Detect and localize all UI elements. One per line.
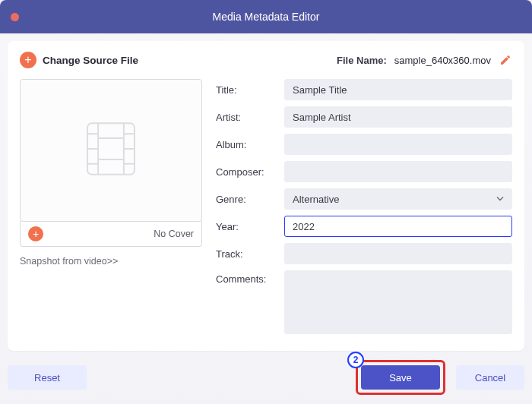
- track-row: Track:: [216, 243, 512, 264]
- no-cover-label: No Cover: [154, 229, 194, 239]
- footer-bar: Reset 2 Save Cancel: [8, 360, 524, 395]
- cancel-button[interactable]: Cancel: [456, 365, 524, 390]
- plus-icon: +: [20, 52, 36, 68]
- metadata-form: Title: Artist: Album:: [216, 79, 512, 342]
- composer-label: Composer:: [216, 166, 280, 178]
- track-field[interactable]: [284, 243, 512, 264]
- panel-body: + No Cover Snapshot from video>> Title: …: [20, 79, 512, 342]
- file-name-value: sample_640x360.mov: [394, 55, 491, 66]
- composer-field[interactable]: [284, 161, 512, 182]
- album-label: Album:: [216, 139, 280, 150]
- file-name-label: File Name:: [337, 55, 387, 66]
- save-highlight-annotation: 2 Save: [356, 360, 445, 395]
- comments-textarea[interactable]: [284, 270, 512, 334]
- composer-row: Composer:: [216, 161, 512, 182]
- chevron-down-icon: [496, 194, 504, 205]
- year-label: Year:: [216, 221, 280, 232]
- app-window: Media Metadata Editor + Change Source Fi…: [0, 0, 532, 404]
- content-area: + Change Source File File Name: sample_6…: [0, 33, 532, 404]
- comments-label: Comments:: [216, 270, 280, 285]
- snapshot-from-video-link[interactable]: Snapshot from video>>: [20, 256, 202, 267]
- comments-row: Comments:: [216, 270, 512, 334]
- album-row: Album:: [216, 134, 512, 155]
- album-field[interactable]: [284, 134, 512, 155]
- window-title: Media Metadata Editor: [0, 11, 532, 23]
- year-field[interactable]: [284, 216, 512, 237]
- film-placeholder-icon: [77, 115, 145, 186]
- genre-select[interactable]: Alternative: [284, 188, 512, 210]
- year-row: Year:: [216, 216, 512, 237]
- track-input[interactable]: [293, 244, 504, 264]
- artist-row: Artist:: [216, 106, 512, 128]
- title-row: Title:: [216, 79, 512, 100]
- main-panel: + Change Source File File Name: sample_6…: [8, 41, 524, 351]
- reset-button[interactable]: Reset: [8, 365, 87, 390]
- window-controls: [11, 13, 19, 21]
- track-label: Track:: [216, 248, 280, 260]
- save-button[interactable]: Save: [361, 365, 440, 390]
- artist-field[interactable]: [284, 106, 512, 128]
- title-label: Title:: [216, 84, 280, 96]
- title-bar: Media Metadata Editor: [0, 0, 532, 33]
- composer-input[interactable]: [293, 162, 504, 181]
- add-cover-button[interactable]: +: [28, 226, 43, 241]
- genre-label: Genre:: [216, 194, 280, 205]
- year-input[interactable]: [293, 216, 504, 236]
- artist-input[interactable]: [293, 107, 504, 127]
- album-input[interactable]: [293, 134, 504, 154]
- cover-column: + No Cover Snapshot from video>>: [20, 79, 202, 342]
- title-field[interactable]: [284, 79, 512, 100]
- edit-filename-icon[interactable]: [499, 53, 512, 67]
- step-number-badge: 2: [347, 352, 364, 368]
- close-window-button[interactable]: [11, 13, 19, 21]
- change-source-label: Change Source File: [43, 55, 138, 66]
- change-source-button[interactable]: + Change Source File: [20, 52, 138, 68]
- genre-value: Alternative: [293, 194, 339, 205]
- genre-row: Genre: Alternative: [216, 188, 512, 210]
- file-name-row: File Name: sample_640x360.mov: [337, 53, 512, 67]
- panel-top-row: + Change Source File File Name: sample_6…: [20, 52, 512, 68]
- footer-right-buttons: 2 Save Cancel: [356, 360, 524, 395]
- title-input[interactable]: [293, 80, 504, 99]
- artist-label: Artist:: [216, 112, 280, 123]
- cover-preview: [20, 79, 202, 222]
- cover-footer: + No Cover: [20, 221, 202, 247]
